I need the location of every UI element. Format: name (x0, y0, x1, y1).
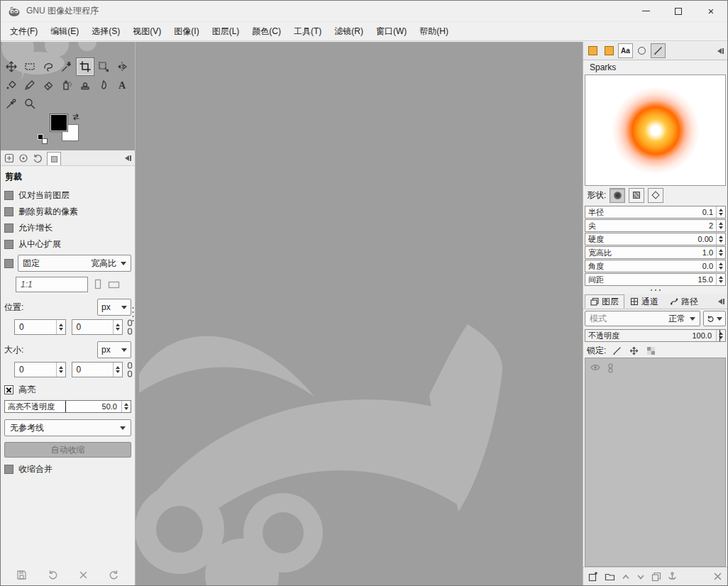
tab-channels[interactable]: 通道 (624, 294, 664, 309)
position-y-input[interactable]: 0 (72, 319, 123, 335)
shape-diamond-button[interactable] (648, 188, 663, 203)
spinner-arrows[interactable] (716, 260, 725, 272)
menu-image[interactable]: 图像(I) (167, 22, 205, 40)
menu-layer[interactable]: 图层(L) (206, 22, 246, 40)
eraser-tool-button[interactable] (39, 76, 57, 94)
close-button[interactable]: × (695, 1, 727, 22)
fixed-aspect-select[interactable]: 固定 宽高比 (18, 255, 131, 272)
option-expand-from-center[interactable]: 从中心扩展 (4, 238, 131, 250)
patterns-tab[interactable] (585, 43, 600, 58)
minimize-button[interactable] (629, 1, 662, 22)
canvas[interactable] (136, 42, 584, 585)
tab-layers[interactable]: 图层 (585, 294, 624, 309)
auto-shrink-button[interactable]: 自动收缩 (4, 442, 131, 458)
rectangle-select-tool-button[interactable] (21, 57, 39, 76)
swap-colors-icon[interactable] (72, 113, 80, 121)
hardness-slider[interactable]: 硬度 0.00 (585, 233, 726, 245)
layers-list[interactable] (585, 358, 726, 567)
dock-divider-grip[interactable] (583, 287, 727, 294)
size-height-input[interactable]: 0 (72, 362, 123, 377)
spikes-slider[interactable]: 尖 2 (585, 219, 726, 232)
device-status-icon[interactable] (18, 153, 28, 163)
menu-help[interactable]: 帮助(H) (413, 22, 455, 40)
shape-circle-button[interactable] (610, 188, 625, 203)
portrait-orientation-icon[interactable] (93, 279, 103, 290)
fonts-tab[interactable]: Aa (618, 43, 633, 58)
dynamics-tab[interactable] (634, 43, 649, 58)
spinner-arrows[interactable] (716, 330, 725, 341)
tab-paths[interactable]: 路径 (664, 294, 704, 309)
aspect-ratio-input[interactable]: 1:1 (16, 277, 88, 292)
spinner-arrows[interactable] (113, 320, 122, 334)
chain-link-icon[interactable] (126, 362, 133, 377)
undo-history-icon[interactable] (33, 153, 43, 163)
save-preset-icon[interactable] (16, 570, 27, 580)
foreground-color-swatch[interactable] (50, 114, 67, 131)
guides-select[interactable]: 无参考线 (4, 419, 131, 436)
brush-editor-tab[interactable] (651, 43, 666, 58)
menu-edit[interactable]: 编辑(E) (44, 22, 85, 40)
maximize-button[interactable] (662, 1, 695, 22)
option-highlight[interactable]: 高亮 (4, 384, 131, 396)
aspect-ratio-slider[interactable]: 宽高比 1.0 (585, 246, 726, 259)
anchor-layer-button[interactable] (668, 572, 677, 581)
airbrush-tool-button[interactable] (57, 76, 76, 94)
lock-position-button[interactable] (627, 345, 640, 357)
smudge-tool-button[interactable] (94, 76, 113, 94)
spinner-arrows[interactable] (716, 247, 725, 258)
layer-opacity-slider[interactable]: 不透明度 100.0 (585, 329, 726, 342)
option-current-layer-only[interactable]: 仅对当前图层 (4, 189, 131, 201)
reset-options-icon[interactable] (109, 570, 119, 580)
fuzzy-select-tool-button[interactable] (57, 57, 76, 76)
transform-tool-button[interactable] (94, 57, 113, 76)
menu-file[interactable]: 文件(F) (4, 22, 44, 40)
bucket-fill-tool-button[interactable] (2, 76, 21, 94)
restore-preset-icon[interactable] (48, 570, 58, 580)
lock-alpha-button[interactable] (644, 345, 657, 357)
radius-slider[interactable]: 半径 0.1 (585, 206, 726, 219)
fixed-checkbox[interactable] (4, 259, 13, 268)
size-unit-select[interactable]: px (97, 341, 131, 358)
flip-tool-button[interactable] (113, 57, 131, 76)
gradients-tab[interactable] (602, 43, 617, 58)
spinner-arrows[interactable] (716, 233, 725, 245)
delete-layer-button[interactable] (713, 572, 722, 581)
landscape-orientation-icon[interactable] (108, 279, 121, 290)
dock-menu-button[interactable] (714, 47, 724, 55)
duplicate-layer-button[interactable] (651, 572, 661, 582)
option-delete-cropped-pixels[interactable]: 删除剪裁的像素 (4, 206, 131, 218)
tool-options-tab[interactable] (47, 152, 61, 165)
new-layer-button[interactable] (588, 572, 598, 582)
option-shrink-merged[interactable]: 收缩合并 (4, 463, 131, 475)
spacing-slider[interactable]: 间距 15.0 (585, 273, 726, 286)
spinner-arrows[interactable] (716, 220, 725, 231)
new-group-button[interactable] (605, 572, 615, 581)
spinner-arrows[interactable] (716, 206, 725, 218)
tool-options-icon[interactable] (4, 153, 14, 163)
spinner-arrows[interactable] (56, 363, 65, 377)
spinner-arrows[interactable] (113, 363, 122, 377)
menu-select[interactable]: 选择(S) (85, 22, 126, 40)
position-x-input[interactable]: 0 (14, 319, 66, 335)
menu-view[interactable]: 视图(V) (126, 22, 167, 40)
lower-layer-button[interactable] (636, 573, 645, 581)
menu-windows[interactable]: 窗口(W) (370, 22, 413, 40)
position-unit-select[interactable]: px (97, 299, 131, 316)
shape-square-button[interactable] (629, 188, 644, 203)
mode-options-button[interactable] (703, 311, 726, 326)
text-tool-button[interactable]: A (113, 76, 131, 94)
dock-menu-button[interactable] (121, 154, 131, 162)
highlight-opacity-slider[interactable]: 高亮不透明度 50.0 (4, 400, 131, 413)
move-tool-button[interactable] (2, 57, 21, 76)
lock-pixels-button[interactable] (610, 345, 623, 357)
size-width-input[interactable]: 0 (14, 362, 66, 377)
layer-mode-select[interactable]: 模式 正常 (585, 311, 700, 326)
dock-menu-button[interactable] (715, 297, 724, 306)
spinner-arrows[interactable] (121, 401, 131, 412)
menu-filters[interactable]: 滤镜(R) (328, 22, 370, 40)
delete-preset-icon[interactable] (79, 570, 88, 580)
menu-colors[interactable]: 颜色(C) (246, 22, 287, 40)
crop-tool-button[interactable] (76, 57, 94, 76)
free-select-tool-button[interactable] (39, 57, 57, 76)
spinner-arrows[interactable] (56, 320, 65, 334)
